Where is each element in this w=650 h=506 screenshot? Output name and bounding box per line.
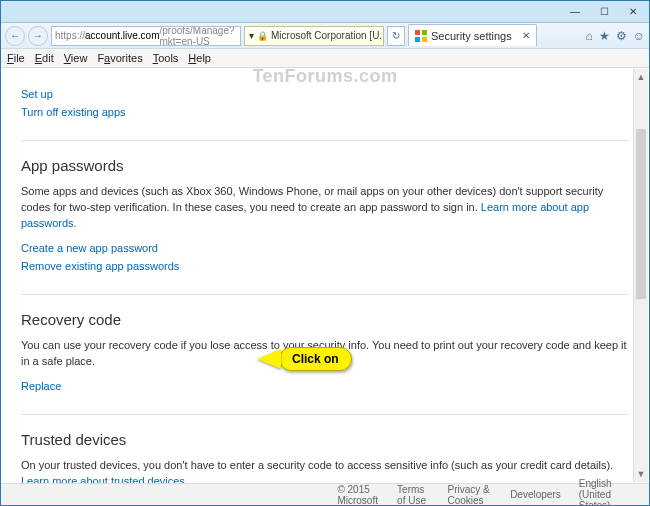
recovery-code-heading: Recovery code <box>21 311 629 328</box>
tools-icon[interactable]: ⚙ <box>616 29 627 43</box>
url-host: account.live.com <box>85 30 159 41</box>
scroll-down-icon[interactable]: ▼ <box>634 466 648 482</box>
menu-file[interactable]: FFileile <box>7 52 25 64</box>
browser-toolbar: ← → https://account.live.com/proofs/Mana… <box>1 23 649 49</box>
divider <box>21 140 629 141</box>
app-passwords-heading: App passwords <box>21 157 629 174</box>
create-app-password-link[interactable]: Create a new app password <box>21 242 158 254</box>
address-bar[interactable]: https://account.live.com/proofs/Manage?m… <box>51 26 241 46</box>
browser-tab[interactable]: Security settings ✕ <box>408 24 537 46</box>
menu-view[interactable]: ViewView <box>64 52 88 64</box>
menu-edit[interactable]: EditEdit <box>35 52 54 64</box>
trusted-devices-heading: Trusted devices <box>21 431 629 448</box>
url-scheme: https:// <box>55 30 85 41</box>
scroll-thumb[interactable] <box>636 129 646 299</box>
tab-close-icon[interactable]: ✕ <box>522 30 530 41</box>
app-passwords-body: Some apps and devices (such as Xbox 360,… <box>21 184 629 232</box>
footer-terms-link[interactable]: Terms of Use <box>397 484 429 506</box>
divider <box>21 414 629 415</box>
minimize-button[interactable]: — <box>561 3 589 21</box>
setup-link[interactable]: Set up <box>21 88 53 100</box>
window-titlebar: — ☐ ✕ <box>1 1 649 23</box>
lock-icon: 🔒 <box>257 31 268 41</box>
divider <box>21 294 629 295</box>
replace-recovery-code-link[interactable]: Replace <box>21 380 61 392</box>
page-footer: © 2015 Microsoft Terms of Use Privacy & … <box>1 483 649 505</box>
trusted-devices-learn-more-link[interactable]: Learn more about trusted devices. <box>21 475 188 483</box>
maximize-button[interactable]: ☐ <box>590 3 618 21</box>
trusted-devices-body: On your trusted devices, you don't have … <box>21 458 629 483</box>
smiley-icon[interactable]: ☺ <box>633 29 645 43</box>
vertical-scrollbar[interactable]: ▲ ▼ <box>633 69 648 482</box>
footer-copyright: © 2015 Microsoft <box>337 484 379 506</box>
microsoft-favicon-icon <box>415 30 427 42</box>
dropdown-icon: ▾ <box>249 30 254 41</box>
url-path: /proofs/Manage?mkt=en-US <box>160 26 238 46</box>
footer-privacy-link[interactable]: Privacy & Cookies <box>447 484 492 506</box>
menu-favorites[interactable]: FavoritesFavorites <box>97 52 142 64</box>
recovery-code-body: You can use your recovery code if you lo… <box>21 338 629 370</box>
menu-help[interactable]: HelpHelp <box>188 52 211 64</box>
back-button[interactable]: ← <box>5 26 25 46</box>
scroll-up-icon[interactable]: ▲ <box>634 69 648 85</box>
trusted-devices-text: On your trusted devices, you don't have … <box>21 459 613 471</box>
close-window-button[interactable]: ✕ <box>619 3 647 21</box>
certificate-indicator[interactable]: ▾ 🔒 Microsoft Corporation [U... <box>244 26 384 46</box>
footer-locale-link[interactable]: English (United States) <box>579 478 635 506</box>
remove-app-passwords-link[interactable]: Remove existing app passwords <box>21 260 179 272</box>
favorites-icon[interactable]: ★ <box>599 29 610 43</box>
watermark-text: TenForums.com <box>1 68 649 87</box>
home-icon[interactable]: ⌂ <box>585 29 592 43</box>
refresh-button[interactable]: ↻ <box>387 26 405 46</box>
menu-bar: FFileile EditEdit ViewView FavoritesFavo… <box>1 49 649 68</box>
forward-button[interactable]: → <box>28 26 48 46</box>
turn-off-apps-link[interactable]: Turn off existing apps <box>21 106 126 118</box>
footer-developers-link[interactable]: Developers <box>510 489 561 500</box>
toolbar-right: ⌂ ★ ⚙ ☺ <box>585 29 645 43</box>
menu-tools[interactable]: ToolsTools <box>153 52 179 64</box>
tab-title: Security settings <box>431 30 512 42</box>
page-content: TenForums.com You've set up an authentic… <box>1 68 649 483</box>
certificate-label: Microsoft Corporation [U... <box>271 30 384 41</box>
